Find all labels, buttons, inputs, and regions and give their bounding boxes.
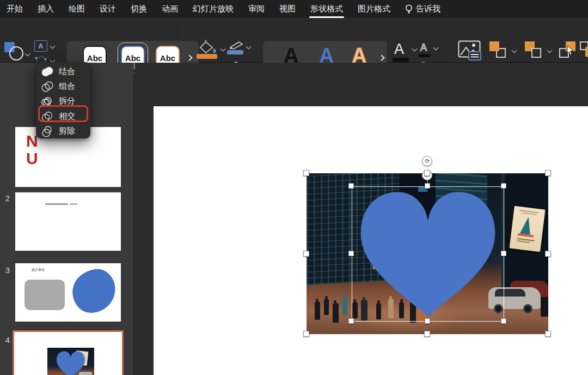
reorder-button[interactable] xyxy=(579,41,588,61)
ribbon-separator xyxy=(257,22,258,57)
heart-handle-e[interactable] xyxy=(501,251,506,256)
slide-number-3: 3 xyxy=(2,265,13,275)
photo-handle-se[interactable] xyxy=(545,331,551,337)
tell-me-button[interactable]: 告诉我 xyxy=(405,4,440,14)
text-box-chevron-icon[interactable] xyxy=(50,44,56,49)
bring-forward-button[interactable] xyxy=(489,41,511,61)
slide2-caption-smudge xyxy=(70,203,77,205)
front-square-icon xyxy=(531,48,541,58)
slide4-mini-photo xyxy=(47,348,94,375)
photo-rotate-handle[interactable]: ⟳ xyxy=(422,156,432,166)
heart-handle-w[interactable] xyxy=(348,251,354,256)
ribbon-separator xyxy=(485,22,485,57)
alt-text-lines-icon xyxy=(468,51,481,61)
menu-tab-review[interactable]: 审阅 xyxy=(248,4,265,14)
text-fill-A-glyph: A xyxy=(394,41,404,58)
text-outline-button[interactable]: A xyxy=(418,42,432,57)
slide-number-2: 2 xyxy=(2,193,13,203)
send-backward-chevron-icon[interactable] xyxy=(547,48,553,53)
photo-handle-sw[interactable] xyxy=(303,331,309,337)
shape-outline-chevron-icon[interactable] xyxy=(246,44,252,50)
photo-handle-ne[interactable] xyxy=(545,170,551,176)
text-outline-chevron-icon[interactable] xyxy=(433,45,439,51)
slide-thumbnail-3[interactable]: 插入形状 xyxy=(15,263,121,322)
heart-handle-s[interactable] xyxy=(425,318,430,324)
lightbulb-icon xyxy=(405,4,413,14)
shape-circle-icon xyxy=(9,46,23,61)
slide3-rounded-rectangle xyxy=(24,280,65,310)
slide3-blob-shape xyxy=(67,266,117,317)
combine-icon xyxy=(40,81,54,92)
subtract-icon xyxy=(40,126,54,137)
car-wheel xyxy=(523,304,532,313)
photo-handle-s[interactable] xyxy=(424,331,430,337)
photo-handle-n[interactable] xyxy=(424,170,430,176)
menu-tab-view[interactable]: 视图 xyxy=(279,4,296,14)
pedestrian xyxy=(324,299,329,315)
menu-tab-draw[interactable]: 绘图 xyxy=(69,4,85,14)
shape-fill-chevron-icon[interactable] xyxy=(220,46,226,52)
heart-handle-ne[interactable] xyxy=(501,183,506,189)
menu-tab-slideshow[interactable]: 幻灯片放映 xyxy=(193,4,234,14)
merge-shapes-dropdown: 结合 组合 拆分 相交 剪除 xyxy=(36,62,90,138)
shape-fill-swatch xyxy=(197,54,217,59)
ribbon-separator xyxy=(388,22,389,57)
bring-forward-chevron-icon[interactable] xyxy=(512,48,517,53)
cursor-icon xyxy=(567,46,575,56)
menu-bar: 开始 插入 绘图 设计 切换 动画 幻灯片放映 审阅 视图 形状格式 图片格式 … xyxy=(0,0,588,18)
photo-handle-w[interactable] xyxy=(303,251,309,257)
menu-tab-start[interactable]: 开始 xyxy=(7,4,23,14)
pedestrian xyxy=(315,301,320,320)
heart-handle-sw[interactable] xyxy=(348,318,354,324)
slide1-red-text: N U xyxy=(26,132,38,167)
text-fill-chevron-icon[interactable] xyxy=(412,46,418,52)
billboard-poster xyxy=(509,206,545,252)
heart-handle-se[interactable] xyxy=(501,318,506,324)
menu-item-subtract[interactable]: 剪除 xyxy=(40,124,87,138)
text-outline-swatch xyxy=(419,54,431,57)
tell-me-label: 告诉我 xyxy=(416,4,440,14)
menu-tab-insert[interactable]: 插入 xyxy=(38,4,54,14)
slide4-mini-heart xyxy=(55,350,87,375)
text-box-button[interactable]: A xyxy=(34,40,47,52)
menu-tab-shape-format[interactable]: 形状格式 xyxy=(310,4,343,14)
union-icon xyxy=(40,66,54,77)
editor-canvas[interactable]: ⟳ ⟳ xyxy=(134,63,588,375)
slide2-caption-smudge xyxy=(45,203,68,205)
menu-tab-picture-format[interactable]: 图片格式 xyxy=(358,4,390,14)
menu-tab-transitions[interactable]: 切换 xyxy=(131,4,147,14)
photo-handle-e[interactable] xyxy=(545,251,551,257)
slide3-caption: 插入形状 xyxy=(32,268,45,273)
slide-thumbnail-2[interactable] xyxy=(15,192,121,251)
intersect-highlight-box xyxy=(38,105,88,122)
slide-thumbnail-4-selected[interactable] xyxy=(13,330,124,375)
text-fill-button[interactable]: A xyxy=(392,41,411,62)
front-square-icon xyxy=(489,41,499,51)
slide-number-4: 4 xyxy=(2,335,13,344)
paint-bucket-icon xyxy=(196,40,218,54)
poster-text-line xyxy=(517,240,530,243)
pedestrian xyxy=(342,298,347,315)
front-square-icon xyxy=(585,47,588,57)
send-backward-button[interactable] xyxy=(524,41,546,61)
poster-sailboat xyxy=(520,216,532,235)
heart-handle-n[interactable] xyxy=(425,183,430,189)
shape-fill-button[interactable] xyxy=(196,40,219,62)
shape-outline-swatch xyxy=(227,50,243,55)
pedestrian xyxy=(333,303,339,323)
selection-pane-button[interactable] xyxy=(559,41,579,61)
poster-boat-hull xyxy=(517,233,534,238)
heart-selection-box xyxy=(352,186,504,322)
heart-handle-nw[interactable] xyxy=(348,183,354,189)
menu-tab-design[interactable]: 设计 xyxy=(100,4,116,14)
text-outline-A-glyph: A xyxy=(420,42,427,53)
menu-tab-animations[interactable]: 动画 xyxy=(162,4,178,14)
menu-item-combine[interactable]: 组合 xyxy=(40,79,87,94)
ribbon-separator xyxy=(451,22,451,57)
ribbon: 形状 A Abc Abc Abc 形状填充 xyxy=(0,18,588,63)
text-fill-swatch xyxy=(393,58,409,62)
menu-item-union[interactable]: 结合 xyxy=(40,64,87,79)
photo-handle-nw[interactable] xyxy=(303,170,309,176)
shape-outline-pen-icon[interactable] xyxy=(228,40,244,50)
